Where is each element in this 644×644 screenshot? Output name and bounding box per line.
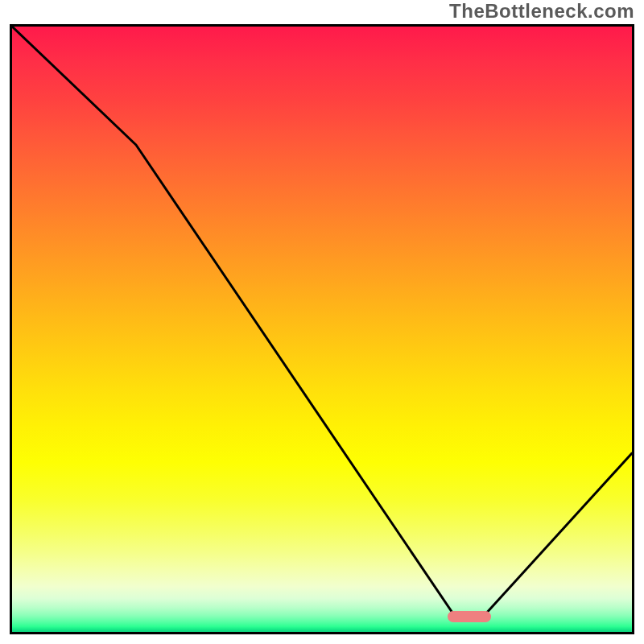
chart-marker (448, 611, 491, 622)
chart-frame (10, 24, 634, 634)
chart-line (12, 27, 632, 615)
chart-svg (12, 27, 632, 632)
image-root: TheBottleneck.com (0, 0, 644, 644)
watermark-text: TheBottleneck.com (449, 0, 634, 23)
